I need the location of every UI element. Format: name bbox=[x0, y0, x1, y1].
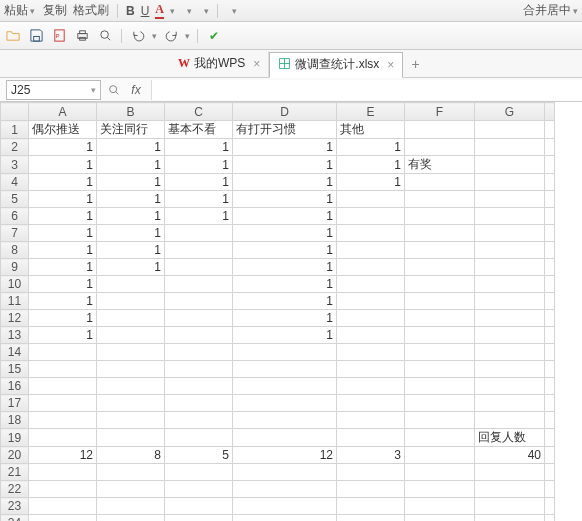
cell-E24[interactable] bbox=[337, 515, 405, 522]
formula-input[interactable] bbox=[151, 80, 582, 100]
cell-G1[interactable] bbox=[475, 121, 545, 139]
cell-D20[interactable]: 12 bbox=[233, 447, 337, 464]
cell-D24[interactable] bbox=[233, 515, 337, 522]
column-header-E[interactable]: E bbox=[337, 103, 405, 121]
copy-button[interactable]: 复制 bbox=[41, 2, 67, 19]
row-header-15[interactable]: 15 bbox=[1, 361, 29, 378]
cell-F17[interactable] bbox=[405, 395, 475, 412]
cell-B19[interactable] bbox=[97, 429, 165, 447]
cell-B21[interactable] bbox=[97, 464, 165, 481]
row-header-5[interactable]: 5 bbox=[1, 191, 29, 208]
cell-D18[interactable] bbox=[233, 412, 337, 429]
format-painter-button[interactable]: 格式刷 bbox=[73, 2, 109, 19]
cell-D9[interactable]: 1 bbox=[233, 259, 337, 276]
row-header-1[interactable]: 1 bbox=[1, 121, 29, 139]
cell-F15[interactable] bbox=[405, 361, 475, 378]
row-header-18[interactable]: 18 bbox=[1, 412, 29, 429]
cell-A2[interactable]: 1 bbox=[29, 139, 97, 156]
cell-A22[interactable] bbox=[29, 481, 97, 498]
cell-B15[interactable] bbox=[97, 361, 165, 378]
cell-E16[interactable] bbox=[337, 378, 405, 395]
row-header-16[interactable]: 16 bbox=[1, 378, 29, 395]
cell-E12[interactable] bbox=[337, 310, 405, 327]
accept-button[interactable]: ✔ bbox=[205, 27, 223, 45]
cell-B8[interactable]: 1 bbox=[97, 242, 165, 259]
cell-E21[interactable] bbox=[337, 464, 405, 481]
cell-F12[interactable] bbox=[405, 310, 475, 327]
cell-B17[interactable] bbox=[97, 395, 165, 412]
row-header-6[interactable]: 6 bbox=[1, 208, 29, 225]
cell-F10[interactable] bbox=[405, 276, 475, 293]
cell-G23[interactable] bbox=[475, 498, 545, 515]
cell-E11[interactable] bbox=[337, 293, 405, 310]
cell-C13[interactable] bbox=[165, 327, 233, 344]
row-header-11[interactable]: 11 bbox=[1, 293, 29, 310]
cell-C14[interactable] bbox=[165, 344, 233, 361]
cell-E13[interactable] bbox=[337, 327, 405, 344]
cell-G18[interactable] bbox=[475, 412, 545, 429]
cell-B12[interactable] bbox=[97, 310, 165, 327]
cell-G2[interactable] bbox=[475, 139, 545, 156]
row-header-7[interactable]: 7 bbox=[1, 225, 29, 242]
cell-F4[interactable] bbox=[405, 174, 475, 191]
cell-E5[interactable] bbox=[337, 191, 405, 208]
cell-E23[interactable] bbox=[337, 498, 405, 515]
cell-C20[interactable]: 5 bbox=[165, 447, 233, 464]
cell-F21[interactable] bbox=[405, 464, 475, 481]
cell-A19[interactable] bbox=[29, 429, 97, 447]
cell-E15[interactable] bbox=[337, 361, 405, 378]
cell-B1[interactable]: 关注同行 bbox=[97, 121, 165, 139]
row-header-13[interactable]: 13 bbox=[1, 327, 29, 344]
cell-E1[interactable]: 其他 bbox=[337, 121, 405, 139]
tab-wps-home[interactable]: W 我的WPS × bbox=[170, 51, 269, 77]
open-button[interactable] bbox=[4, 27, 22, 45]
cell-G6[interactable] bbox=[475, 208, 545, 225]
cell-C3[interactable]: 1 bbox=[165, 156, 233, 174]
cell-A11[interactable]: 1 bbox=[29, 293, 97, 310]
print-preview-button[interactable] bbox=[96, 27, 114, 45]
cell-F2[interactable] bbox=[405, 139, 475, 156]
cell-G8[interactable] bbox=[475, 242, 545, 259]
cell-D17[interactable] bbox=[233, 395, 337, 412]
close-icon[interactable]: × bbox=[253, 57, 260, 71]
cell-D21[interactable] bbox=[233, 464, 337, 481]
cell-G13[interactable] bbox=[475, 327, 545, 344]
cell-B9[interactable]: 1 bbox=[97, 259, 165, 276]
cell-F5[interactable] bbox=[405, 191, 475, 208]
cell-B18[interactable] bbox=[97, 412, 165, 429]
cell-A15[interactable] bbox=[29, 361, 97, 378]
cell-C10[interactable] bbox=[165, 276, 233, 293]
underline-button[interactable]: U bbox=[141, 4, 150, 18]
cell-B22[interactable] bbox=[97, 481, 165, 498]
row-header-21[interactable]: 21 bbox=[1, 464, 29, 481]
cell-C15[interactable] bbox=[165, 361, 233, 378]
cell-E3[interactable]: 1 bbox=[337, 156, 405, 174]
cell-E19[interactable] bbox=[337, 429, 405, 447]
cell-F14[interactable] bbox=[405, 344, 475, 361]
cell-D13[interactable]: 1 bbox=[233, 327, 337, 344]
cell-E18[interactable] bbox=[337, 412, 405, 429]
cell-C23[interactable] bbox=[165, 498, 233, 515]
cell-D16[interactable] bbox=[233, 378, 337, 395]
export-pdf-button[interactable]: P bbox=[50, 27, 68, 45]
merge-button[interactable]: 合并居中▾ bbox=[521, 2, 578, 19]
cell-C8[interactable] bbox=[165, 242, 233, 259]
cell-E9[interactable] bbox=[337, 259, 405, 276]
cell-F18[interactable] bbox=[405, 412, 475, 429]
cell-A5[interactable]: 1 bbox=[29, 191, 97, 208]
fx-button[interactable]: fx bbox=[125, 83, 147, 97]
cell-A12[interactable]: 1 bbox=[29, 310, 97, 327]
cell-G14[interactable] bbox=[475, 344, 545, 361]
column-header-D[interactable]: D bbox=[233, 103, 337, 121]
cell-A20[interactable]: 12 bbox=[29, 447, 97, 464]
cell-F3[interactable]: 有奖 bbox=[405, 156, 475, 174]
cell-E10[interactable] bbox=[337, 276, 405, 293]
cell-D15[interactable] bbox=[233, 361, 337, 378]
row-header-2[interactable]: 2 bbox=[1, 139, 29, 156]
cell-F11[interactable] bbox=[405, 293, 475, 310]
cell-D14[interactable] bbox=[233, 344, 337, 361]
cell-G21[interactable] bbox=[475, 464, 545, 481]
cell-B24[interactable] bbox=[97, 515, 165, 522]
cell-C22[interactable] bbox=[165, 481, 233, 498]
cell-E20[interactable]: 3 bbox=[337, 447, 405, 464]
